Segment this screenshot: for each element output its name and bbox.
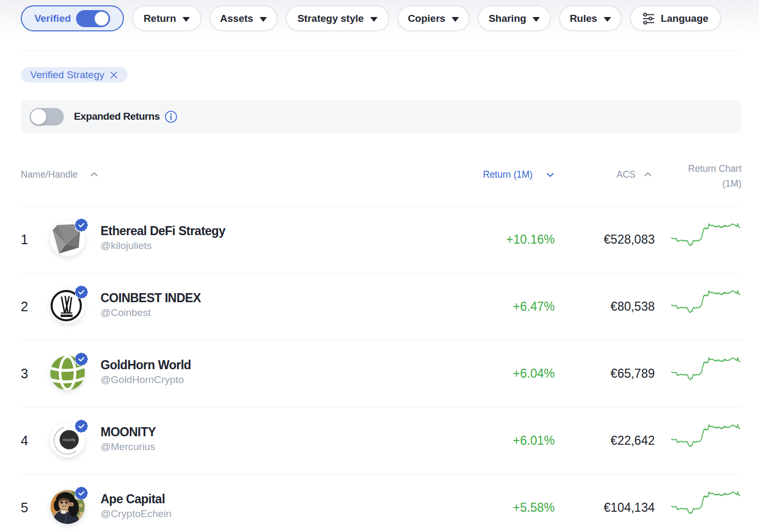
svg-text:moonity: moonity — [63, 438, 76, 442]
